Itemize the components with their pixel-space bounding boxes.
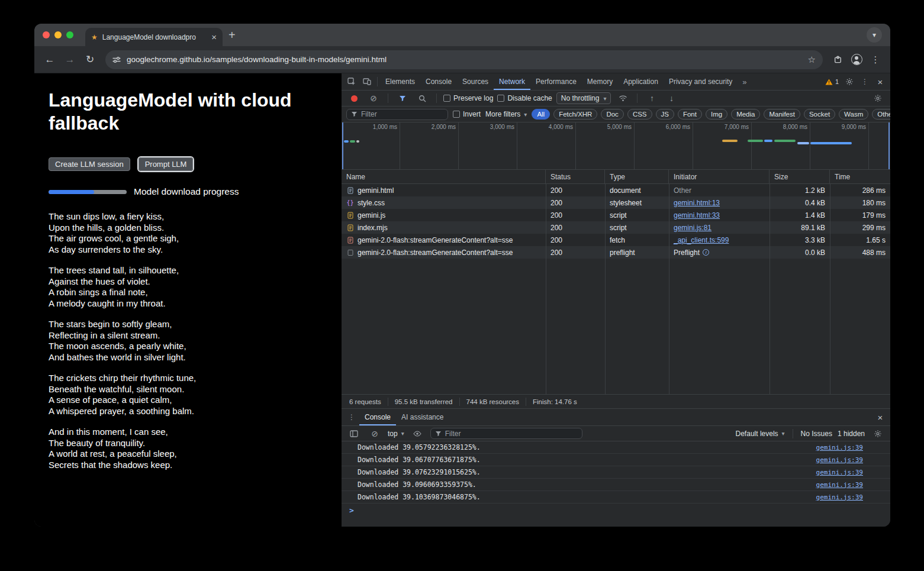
request-initiator-link[interactable]: gemini.html:33 — [674, 211, 720, 220]
profile-avatar-icon[interactable] — [848, 51, 865, 69]
column-header-time[interactable]: Time — [830, 170, 890, 183]
network-conditions-icon[interactable] — [615, 91, 630, 105]
network-filter-input[interactable] — [361, 110, 443, 118]
tab-privacy-security[interactable]: Privacy and security — [664, 73, 738, 90]
reload-icon[interactable]: ↻ — [81, 50, 99, 69]
import-har-icon[interactable]: ↑ — [644, 91, 659, 105]
column-divider[interactable] — [830, 184, 830, 394]
create-llm-session-button[interactable]: Create LLM session — [49, 157, 130, 171]
column-divider[interactable] — [546, 184, 546, 394]
invert-checkbox[interactable]: Invert — [453, 110, 481, 118]
site-info-icon[interactable] — [112, 56, 121, 63]
throttling-select[interactable]: No throttling ▾ — [556, 92, 611, 104]
console-sidebar-icon[interactable] — [346, 427, 362, 441]
back-icon[interactable]: ← — [40, 50, 59, 69]
console-source-link[interactable]: gemini.js:39 — [816, 493, 863, 501]
console-settings-gear-icon[interactable] — [870, 427, 886, 441]
chip-other[interactable]: Other — [872, 109, 890, 120]
tab-sources[interactable]: Sources — [457, 73, 494, 90]
close-window-button[interactable] — [43, 31, 50, 38]
devtools-close-icon[interactable]: × — [873, 75, 888, 89]
drawer-close-icon[interactable]: × — [873, 410, 888, 424]
devtools-menu-kebab-icon[interactable]: ⋮ — [857, 75, 873, 89]
preserve-log-checkbox[interactable]: Preserve log — [443, 94, 493, 102]
chip-all[interactable]: All — [532, 109, 550, 120]
chip-media[interactable]: Media — [731, 109, 760, 120]
extensions-icon[interactable] — [829, 51, 846, 69]
chip-fetch-xhr[interactable]: Fetch/XHR — [553, 109, 597, 120]
request-initiator-link[interactable]: _api_client.ts:599 — [674, 236, 729, 244]
chip-socket[interactable]: Socket — [804, 109, 835, 120]
prompt-llm-button[interactable]: Prompt LLM — [139, 157, 194, 171]
drawer-menu-kebab-icon[interactable]: ⋮ — [344, 410, 359, 424]
table-row[interactable]: gemini-2.0-flash:streamGenerateContent?a… — [342, 234, 890, 246]
browser-tab[interactable]: ★ LanguageModel downloadpro × — [85, 28, 223, 46]
devtools-settings-gear-icon[interactable] — [842, 75, 857, 89]
request-initiator-link[interactable]: gemini.js:81 — [674, 224, 711, 232]
search-icon[interactable] — [414, 91, 430, 105]
table-row[interactable]: {} style.css 200 stylesheet gemini.html:… — [342, 196, 890, 209]
export-har-icon[interactable]: ↓ — [664, 91, 679, 105]
address-bar[interactable]: googlechrome.github.io/samples/downloadi… — [105, 50, 823, 69]
chip-manifest[interactable]: Manifest — [764, 109, 800, 120]
more-panels-icon[interactable]: » — [738, 78, 751, 86]
network-settings-gear-icon[interactable] — [870, 91, 886, 105]
request-initiator-link[interactable]: gemini.html:13 — [674, 199, 720, 207]
tab-network[interactable]: Network — [494, 73, 530, 90]
drawer-tab-ai-assistance[interactable]: AI assistance — [396, 409, 449, 425]
chip-wasm[interactable]: Wasm — [839, 109, 868, 120]
table-row[interactable]: gemini-2.0-flash:streamGenerateContent?a… — [342, 246, 890, 259]
column-divider[interactable] — [669, 184, 669, 394]
issues-status[interactable]: No Issues — [801, 430, 832, 438]
warnings-badge[interactable]: 1 — [822, 78, 842, 85]
console-source-link[interactable]: gemini.js:39 — [816, 456, 863, 464]
console-source-link[interactable]: gemini.js:39 — [816, 481, 863, 489]
column-header-initiator[interactable]: Initiator — [669, 170, 770, 183]
column-header-size[interactable]: Size — [770, 170, 830, 183]
device-toolbar-icon[interactable] — [359, 75, 375, 89]
tab-performance[interactable]: Performance — [530, 73, 582, 90]
column-header-name[interactable]: Name — [342, 170, 546, 183]
table-row[interactable]: gemini.html 200 document Other 1.2 kB 28… — [342, 184, 890, 196]
browser-menu-kebab-icon[interactable]: ⋮ — [867, 51, 884, 69]
console-filter-input[interactable] — [445, 430, 578, 438]
bookmark-star-icon[interactable]: ☆ — [808, 54, 816, 65]
tab-elements[interactable]: Elements — [380, 73, 420, 90]
column-header-type[interactable]: Type — [605, 170, 669, 183]
inspect-element-icon[interactable] — [344, 75, 359, 89]
tab-memory[interactable]: Memory — [582, 73, 618, 90]
chip-doc[interactable]: Doc — [601, 109, 623, 120]
tab-search-button[interactable]: ▾ — [867, 27, 882, 43]
javascript-context-select[interactable]: top ▾ — [388, 430, 404, 438]
clear-console-icon[interactable]: ⊘ — [367, 427, 382, 441]
log-levels-select[interactable]: Default levels ▾ — [736, 430, 785, 438]
chip-js[interactable]: JS — [656, 109, 674, 120]
new-tab-button[interactable]: + — [228, 29, 236, 41]
overview-brush-edge[interactable] — [888, 122, 890, 169]
tab-console[interactable]: Console — [420, 73, 457, 90]
tab-close-icon[interactable]: × — [211, 33, 217, 41]
url-text[interactable]: googlechrome.github.io/samples/downloadi… — [127, 55, 802, 64]
chip-font[interactable]: Font — [678, 109, 702, 120]
preflight-info-icon[interactable]: i — [703, 249, 709, 256]
drawer-tab-console[interactable]: Console — [359, 409, 396, 425]
column-divider[interactable] — [770, 184, 770, 394]
live-expression-eye-icon[interactable] — [410, 427, 425, 441]
console-prompt[interactable]: > — [342, 504, 890, 517]
table-row[interactable]: gemini.js 200 script gemini.html:33 1.4 … — [342, 209, 890, 221]
filter-toggle-icon[interactable] — [395, 91, 410, 105]
console-source-link[interactable]: gemini.js:39 — [816, 444, 863, 451]
clear-network-log-icon[interactable]: ⊘ — [366, 91, 381, 105]
tab-application[interactable]: Application — [618, 73, 664, 90]
chip-img[interactable]: Img — [706, 109, 727, 120]
record-network-log-icon[interactable] — [346, 91, 362, 105]
disable-cache-checkbox[interactable]: Disable cache — [497, 94, 552, 102]
table-row[interactable]: index.mjs 200 script gemini.js:81 89.1 k… — [342, 221, 890, 234]
console-source-link[interactable]: gemini.js:39 — [816, 469, 863, 476]
forward-icon[interactable]: → — [60, 50, 79, 69]
maximize-window-button[interactable] — [66, 31, 73, 38]
overview-brush-edge[interactable] — [342, 122, 343, 169]
column-divider[interactable] — [605, 184, 606, 394]
network-overview-timeline[interactable]: 1,000 ms 2,000 ms 3,000 ms 4,000 ms 5,00… — [342, 122, 890, 170]
hidden-messages-count[interactable]: 1 hidden — [838, 430, 865, 438]
